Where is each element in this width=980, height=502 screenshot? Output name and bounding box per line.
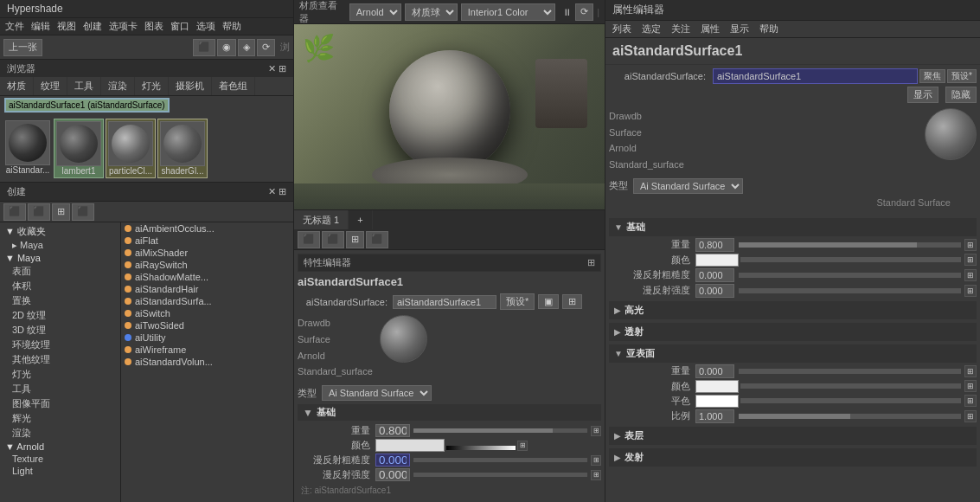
menu-options[interactable]: 选项 <box>196 20 215 33</box>
material-select[interactable]: Interior1 Color <box>461 3 555 21</box>
tree-maya-fav[interactable]: ▸ Maya <box>2 239 118 252</box>
menu-create[interactable]: 创建 <box>83 20 102 33</box>
ae-intensity-input[interactable] <box>695 284 734 298</box>
tab-shading[interactable]: 着色组 <box>212 77 255 95</box>
inline-preset-btn[interactable]: 预设* <box>500 293 535 310</box>
tab-lights[interactable]: 灯光 <box>135 77 169 95</box>
tree-lights[interactable]: 灯光 <box>2 367 118 382</box>
ae-hide-btn[interactable]: 隐藏 <box>945 87 977 103</box>
ae-color-icon[interactable]: ⊞ <box>964 254 977 266</box>
create-tb-4[interactable]: ⬛ <box>72 203 94 221</box>
renderer-select[interactable]: Arnold <box>349 3 401 21</box>
ae-show-btn[interactable]: 显示 <box>907 87 938 103</box>
inline-weight-track[interactable] <box>413 428 587 433</box>
tree-3d[interactable]: 3D 纹理 <box>2 323 118 338</box>
ae-weight-input[interactable] <box>695 238 734 252</box>
node-aimixshader[interactable]: aiMixShader <box>121 247 293 259</box>
node-aiutility[interactable]: aiUtility <box>121 331 293 344</box>
menu-edit[interactable]: 编辑 <box>31 20 50 33</box>
ae-color-swatch[interactable] <box>695 254 739 267</box>
tree-maya[interactable]: ▼ Maya <box>2 252 118 264</box>
ae-ss-weight-icon[interactable]: ⊞ <box>964 365 977 377</box>
inline-surface-input[interactable] <box>393 295 496 309</box>
ne-tb3[interactable]: ⊞ <box>346 231 364 248</box>
inline-flag1[interactable]: ▣ <box>538 294 559 309</box>
tree-displace[interactable]: 置换 <box>2 293 118 308</box>
viewer-tb1[interactable]: ⟳ <box>575 3 593 21</box>
material-item-0[interactable]: aiStandar... <box>3 119 52 178</box>
create-tb-2[interactable]: ⬛ <box>28 203 50 221</box>
inline-color-swatch[interactable] <box>375 439 445 452</box>
tb-icon4[interactable]: ⟳ <box>257 39 275 56</box>
tree-favorites[interactable]: ▼ 收藏夹 <box>2 224 118 239</box>
ae-highlight-section[interactable]: ▶ 高光 <box>609 301 977 319</box>
back-button[interactable]: 上一张 <box>3 39 42 56</box>
node-airayswitch[interactable]: aiRaySwitch <box>121 259 293 271</box>
tree-tools[interactable]: 工具 <box>2 382 118 396</box>
tree-other[interactable]: 其他纹理 <box>2 352 118 367</box>
ae-transmission-section[interactable]: ▶ 透射 <box>609 323 977 341</box>
node-aiflat[interactable]: aiFlat <box>121 235 293 247</box>
inline-base-header[interactable]: ▼ 基础 <box>298 404 601 421</box>
ae-menu-focus[interactable]: 关注 <box>671 23 690 35</box>
menu-view[interactable]: 视图 <box>57 20 76 33</box>
ae-menu-list[interactable]: 列表 <box>612 23 631 35</box>
ae-coat-section[interactable]: ▶ 表层 <box>609 427 977 445</box>
ae-roughness-track[interactable] <box>739 273 961 278</box>
ae-ss-flat-icon[interactable]: ⊞ <box>964 395 977 407</box>
tree-light[interactable]: Light <box>2 465 118 477</box>
node-aishadowmatte[interactable]: aiShadowMatte... <box>121 271 293 283</box>
tree-env[interactable]: 环境纹理 <box>2 338 118 352</box>
ae-emission-section[interactable]: ▶ 发射 <box>609 448 977 467</box>
tree-arnold[interactable]: ▼ Arnold <box>2 441 118 453</box>
inline-roughness-track[interactable] <box>413 458 587 462</box>
ne-tab-1[interactable]: 无标题 1 <box>294 210 349 229</box>
ae-menu-selected[interactable]: 选定 <box>642 23 661 35</box>
ae-intensity-track[interactable] <box>739 288 961 293</box>
ne-tab-add[interactable]: + <box>349 210 372 229</box>
material-item-3[interactable]: shaderGl... <box>157 119 208 178</box>
ae-weight-icon[interactable]: ⊞ <box>964 239 977 251</box>
ae-ss-scale-input[interactable] <box>695 409 734 423</box>
node-aiwireframe[interactable]: aiWireframe <box>121 344 293 356</box>
node-aistandardvol[interactable]: aiStandardVolun... <box>121 356 293 368</box>
material-item-1[interactable]: lambert1 <box>54 119 104 178</box>
menu-graph[interactable]: 图表 <box>144 20 163 33</box>
ae-ss-scale-icon[interactable]: ⊞ <box>964 410 977 422</box>
inline-intensity-input[interactable] <box>375 468 410 481</box>
ne-tb2[interactable]: ⬛ <box>322 231 344 248</box>
node-aiambient[interactable]: aiAmbientOcclus... <box>121 222 293 235</box>
menu-tab[interactable]: 选项卡 <box>109 20 138 33</box>
inline-intensity-icon[interactable]: ⊞ <box>591 470 601 480</box>
ae-base-section[interactable]: ▼ 基础 <box>609 218 977 236</box>
ae-type-select[interactable]: Ai Standard Surface <box>633 178 743 194</box>
tree-glow[interactable]: 辉光 <box>2 411 118 426</box>
ae-ss-color-swatch[interactable] <box>695 380 739 393</box>
create-tb-3[interactable]: ⊞ <box>52 203 70 221</box>
tab-tools[interactable]: 工具 <box>67 77 101 95</box>
node-aistandardhair[interactable]: aiStandardHair <box>121 283 293 295</box>
ae-surface-input[interactable] <box>713 68 918 84</box>
inline-color-icon[interactable]: ⊞ <box>517 441 528 451</box>
ae-menu-show[interactable]: 显示 <box>730 23 749 35</box>
tree-surface[interactable]: 表面 <box>2 264 118 279</box>
ae-focus-btn[interactable]: 聚焦 <box>919 69 945 83</box>
ne-tb4[interactable]: ⬛ <box>366 231 388 248</box>
inline-roughness-input[interactable] <box>375 454 410 467</box>
tb-icon3[interactable]: ◈ <box>238 39 255 56</box>
menu-window[interactable]: 窗口 <box>170 20 189 33</box>
node-aistandardsurf[interactable]: aiStandardSurfa... <box>121 295 293 307</box>
inline-flag2[interactable]: ⊞ <box>562 294 582 309</box>
tab-cameras[interactable]: 摄影机 <box>169 77 212 95</box>
node-aiswitch[interactable]: aiSwitch <box>121 307 293 319</box>
ae-ss-weight-track[interactable] <box>739 369 961 374</box>
tree-volume[interactable]: 体积 <box>2 279 118 293</box>
ae-intensity-icon[interactable]: ⊞ <box>964 285 977 297</box>
ae-menu-help[interactable]: 帮助 <box>759 23 778 35</box>
ae-weight-track[interactable] <box>739 242 961 248</box>
tab-materials[interactable]: 材质 <box>0 77 34 95</box>
tab-render[interactable]: 渲染 <box>101 77 135 95</box>
tree-imgplane[interactable]: 图像平面 <box>2 396 118 411</box>
inline-weight-icon[interactable]: ⊞ <box>591 426 601 436</box>
ae-ss-color-icon[interactable]: ⊞ <box>964 380 977 392</box>
